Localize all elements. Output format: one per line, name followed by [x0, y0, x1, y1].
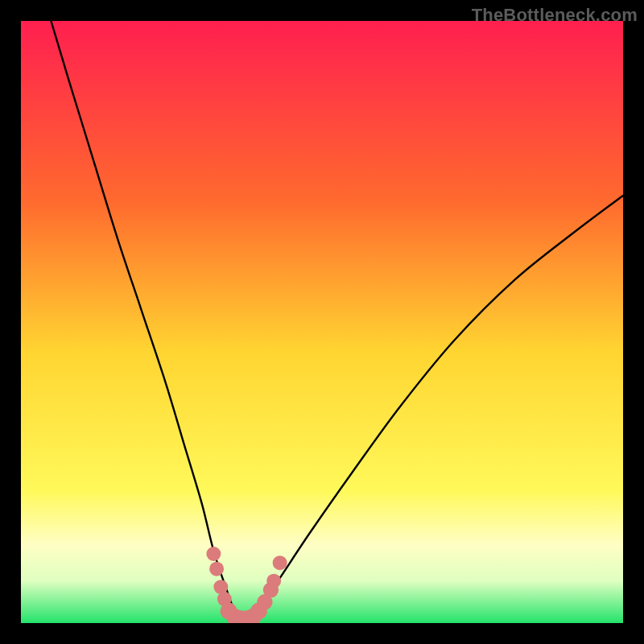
- highlight-dot: [209, 562, 224, 576]
- highlight-dot: [266, 574, 281, 588]
- watermark-text: TheBottleneck.com: [472, 5, 638, 26]
- highlight-dot: [273, 555, 287, 570]
- highlight-dot: [206, 547, 221, 561]
- gradient-background: [21, 21, 623, 623]
- plot-area: [21, 21, 623, 623]
- chart-frame: TheBottleneck.com: [0, 0, 644, 644]
- chart-svg: [21, 21, 623, 623]
